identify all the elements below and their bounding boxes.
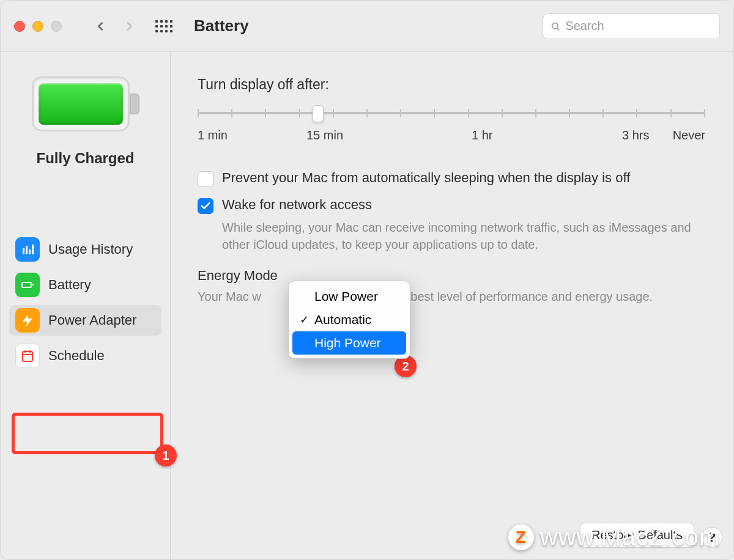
svg-line-1 — [557, 28, 559, 30]
display-off-label: Turn display off after: — [198, 76, 709, 93]
display-off-slider[interactable] — [198, 104, 705, 122]
svg-rect-4 — [29, 249, 31, 254]
wake-network-label: Wake for network access — [222, 197, 372, 213]
svg-rect-9 — [23, 352, 32, 361]
annotation-badge-1: 1 — [155, 444, 177, 466]
zoom-window-button[interactable] — [51, 21, 62, 32]
sidebar-item-battery[interactable]: Battery — [9, 270, 161, 300]
battery-status-text: Fully Charged — [36, 150, 134, 167]
search-input[interactable] — [565, 19, 712, 33]
battery-icon — [15, 273, 40, 297]
search-icon — [550, 21, 560, 32]
back-button[interactable] — [91, 17, 109, 35]
help-button[interactable]: ? — [702, 527, 722, 548]
search-field[interactable] — [543, 13, 720, 39]
energy-mode-description: Your Mac will automatically choose the b… — [198, 290, 709, 304]
sidebar-item-power-adapter[interactable]: Power Adapter — [9, 305, 161, 336]
minimize-window-button[interactable] — [32, 21, 43, 32]
dropdown-option-high-power[interactable]: High Power — [292, 331, 406, 355]
svg-rect-3 — [26, 246, 28, 254]
restore-defaults-button[interactable]: Restore Defaults — [580, 523, 694, 548]
svg-rect-5 — [32, 245, 34, 254]
energy-mode-dropdown[interactable]: Low Power ✓Automatic High Power — [288, 281, 410, 359]
svg-marker-8 — [23, 314, 32, 326]
battery-illustration — [32, 76, 139, 131]
sidebar-item-label: Battery — [48, 277, 91, 293]
forward-button — [120, 17, 139, 35]
main-content: Turn display off after: 1 min 15 min 1 h… — [171, 52, 733, 560]
window-title: Battery — [194, 17, 249, 35]
prevent-sleep-label: Prevent your Mac from automatically slee… — [222, 170, 630, 186]
power-adapter-icon — [15, 308, 40, 333]
slider-thumb[interactable] — [313, 105, 324, 122]
svg-rect-6 — [22, 282, 31, 287]
dropdown-option-low-power[interactable]: Low Power — [292, 285, 406, 308]
svg-rect-2 — [23, 248, 24, 254]
traffic-lights — [14, 21, 62, 32]
sidebar-item-label: Schedule — [48, 348, 105, 364]
wake-network-description: While sleeping, your Mac can receive inc… — [222, 219, 699, 253]
sidebar: Fully Charged Usage History Battery — [1, 52, 171, 560]
dropdown-option-automatic[interactable]: ✓Automatic — [292, 308, 406, 331]
sidebar-item-schedule[interactable]: Schedule — [9, 341, 161, 371]
svg-point-0 — [552, 23, 558, 29]
sidebar-item-label: Power Adapter — [48, 312, 136, 328]
checkmark-icon: ✓ — [298, 313, 310, 326]
show-all-prefs-icon[interactable] — [155, 17, 173, 35]
sidebar-item-usage-history[interactable]: Usage History — [9, 234, 161, 265]
prevent-sleep-checkbox[interactable] — [198, 171, 213, 187]
slider-tick-labels: 1 min 15 min 1 hr 3 hrs Never — [198, 128, 705, 146]
energy-mode-label: Energy Mode — [198, 268, 278, 284]
sidebar-item-label: Usage History — [48, 241, 133, 257]
wake-network-checkbox[interactable] — [198, 198, 213, 214]
usage-history-icon — [15, 237, 40, 262]
schedule-icon — [15, 344, 40, 368]
close-window-button[interactable] — [14, 21, 25, 32]
